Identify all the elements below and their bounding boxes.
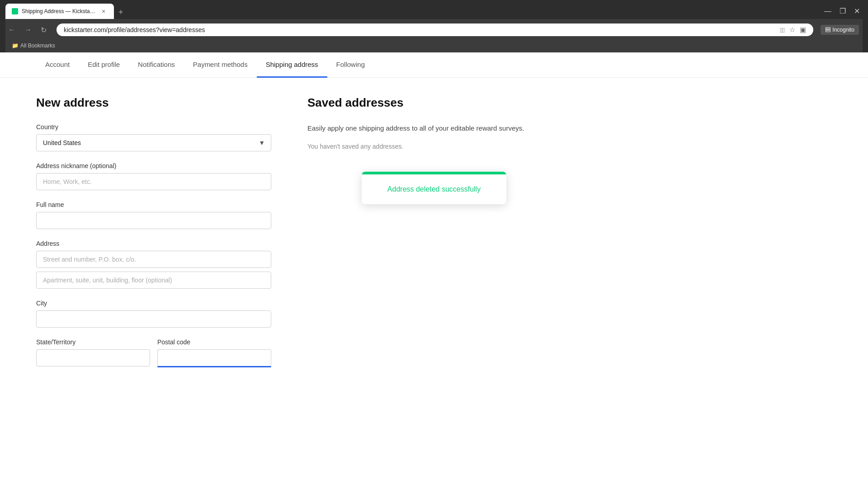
fullname-input[interactable] bbox=[36, 212, 271, 229]
refresh-button[interactable]: ↻ bbox=[38, 24, 49, 36]
nav-payment-methods[interactable]: Payment methods bbox=[184, 52, 257, 78]
no-addresses-text: You haven't saved any addresses. bbox=[307, 143, 832, 150]
nickname-input[interactable] bbox=[36, 173, 271, 190]
site-nav: Account Edit profile Notifications Payme… bbox=[0, 52, 868, 78]
fullname-label: Full name bbox=[36, 201, 271, 208]
browser-tab[interactable]: Shipping Address — Kickstarter × bbox=[5, 4, 114, 19]
nav-notifications[interactable]: Notifications bbox=[129, 52, 184, 78]
state-postal-row: State/Territory Postal code bbox=[36, 338, 271, 378]
bookmarks-folder[interactable]: 📁 All Bookmarks bbox=[9, 42, 58, 50]
country-label: Country bbox=[36, 123, 271, 131]
tab-close-button[interactable]: × bbox=[99, 7, 108, 15]
url-input[interactable] bbox=[64, 26, 776, 33]
new-address-title: New address bbox=[36, 96, 271, 110]
page-content: Account Edit profile Notifications Payme… bbox=[0, 52, 868, 488]
minimize-button[interactable]: — bbox=[821, 5, 834, 17]
star-icon[interactable]: ☆ bbox=[789, 26, 795, 34]
postal-label: Postal code bbox=[157, 338, 271, 346]
address-line2-input[interactable] bbox=[36, 272, 271, 289]
nav-account[interactable]: Account bbox=[36, 52, 79, 78]
state-group: State/Territory bbox=[36, 338, 150, 367]
postal-group: Postal code bbox=[157, 338, 271, 367]
close-button[interactable]: ✕ bbox=[851, 5, 863, 17]
nav-shipping-address[interactable]: Shipping address bbox=[257, 52, 327, 78]
new-address-panel: New address Country United States ▼ Addr… bbox=[36, 96, 271, 378]
nickname-label: Address nickname (optional) bbox=[36, 162, 271, 169]
eye-slash-icon[interactable]: 👁̸ bbox=[780, 26, 785, 34]
browser-chrome: Shipping Address — Kickstarter × + — ❐ ✕… bbox=[0, 0, 868, 52]
new-tab-button[interactable]: + bbox=[115, 6, 127, 19]
omnibox[interactable]: 👁̸ ☆ ▣ bbox=[57, 23, 813, 36]
city-input[interactable] bbox=[36, 310, 271, 328]
browser-right-controls: 🆧 Incognito bbox=[821, 25, 863, 35]
saved-addresses-description: Easily apply one shipping address to all… bbox=[307, 123, 832, 134]
main-layout: New address Country United States ▼ Addr… bbox=[0, 78, 868, 396]
nav-following[interactable]: Following bbox=[327, 52, 374, 78]
tab-favicon bbox=[12, 8, 18, 14]
omnibox-icons: 👁̸ ☆ ▣ bbox=[780, 26, 806, 34]
city-group: City bbox=[36, 300, 271, 328]
address-line1-input[interactable] bbox=[36, 251, 271, 268]
bookmarks-bar: 📁 All Bookmarks bbox=[5, 41, 863, 52]
postal-input[interactable] bbox=[157, 349, 271, 367]
state-label: State/Territory bbox=[36, 338, 150, 346]
country-select[interactable]: United States bbox=[36, 134, 271, 151]
incognito-button[interactable]: 🆧 Incognito bbox=[821, 25, 859, 35]
forward-button[interactable]: → bbox=[22, 24, 34, 36]
address-group: Address bbox=[36, 240, 271, 289]
folder-icon: 📁 bbox=[12, 42, 19, 49]
saved-addresses-title: Saved addresses bbox=[307, 96, 832, 110]
nav-edit-profile[interactable]: Edit profile bbox=[79, 52, 129, 78]
country-group: Country United States ▼ bbox=[36, 123, 271, 151]
tab-title: Shipping Address — Kickstarter bbox=[22, 8, 96, 14]
state-input[interactable] bbox=[36, 349, 150, 366]
saved-addresses-panel: Saved addresses Easily apply one shippin… bbox=[307, 96, 832, 378]
fullname-group: Full name bbox=[36, 201, 271, 229]
screen-cast-icon[interactable]: ▣ bbox=[800, 26, 806, 34]
city-label: City bbox=[36, 300, 271, 307]
tab-bar: Shipping Address — Kickstarter × + — ❐ ✕ bbox=[5, 4, 863, 19]
address-label: Address bbox=[36, 240, 271, 247]
address-bar-row: ← → ↻ 👁̸ ☆ ▣ 🆧 Incognito bbox=[5, 19, 863, 41]
incognito-icon: 🆧 bbox=[825, 27, 830, 33]
maximize-button[interactable]: ❐ bbox=[837, 5, 849, 17]
nickname-group: Address nickname (optional) bbox=[36, 162, 271, 190]
back-button[interactable]: ← bbox=[5, 24, 18, 36]
country-select-wrapper: United States ▼ bbox=[36, 134, 271, 151]
